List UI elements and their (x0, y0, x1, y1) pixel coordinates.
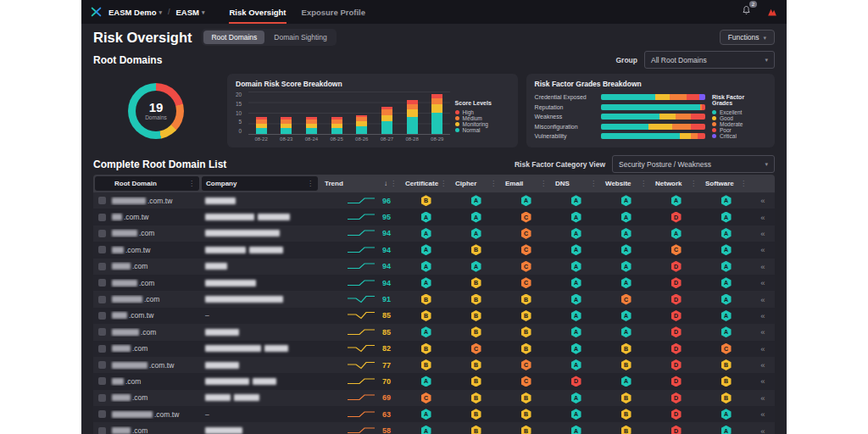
grade-badge-icon[interactable]: C (471, 343, 481, 354)
grade-badge-icon[interactable]: B (471, 409, 481, 420)
grade-badge-icon[interactable]: B (421, 310, 431, 321)
grade-badge-icon[interactable]: D (671, 294, 682, 305)
grade-badge-icon[interactable]: B (421, 294, 431, 305)
expand-row-icon[interactable]: « (751, 327, 775, 337)
org-switcher[interactable]: EASM Demo ▾ (108, 8, 162, 17)
expand-row-icon[interactable]: « (751, 245, 775, 254)
header-cell-company[interactable]: Company⋮ (202, 176, 318, 191)
grade-badge-icon[interactable]: A (571, 244, 581, 255)
expand-row-icon[interactable]: « (751, 311, 775, 320)
grade-badge-icon[interactable]: C (421, 392, 431, 403)
header-cell-software[interactable]: Software⋮ (701, 175, 751, 192)
grade-badge-icon[interactable]: A (621, 228, 632, 239)
grade-badge-icon[interactable]: A (421, 212, 431, 223)
grade-badge-icon[interactable]: A (721, 426, 732, 434)
grade-badge-icon[interactable]: B (521, 409, 531, 420)
grade-badge-icon[interactable]: B (521, 343, 531, 354)
grade-badge-icon[interactable]: A (421, 244, 431, 255)
table-row[interactable]: .com94AACAAAA« (93, 225, 775, 242)
grade-badge-icon[interactable]: A (671, 195, 682, 206)
grade-badge-icon[interactable]: D (671, 343, 682, 354)
grade-badge-icon[interactable]: C (521, 244, 531, 255)
grade-badge-icon[interactable]: B (471, 294, 481, 305)
table-row[interactable]: .com.tw95AACAADA« (93, 209, 775, 225)
column-menu-icon[interactable]: ⋮ (390, 180, 397, 187)
expand-row-icon[interactable]: « (751, 393, 775, 403)
grade-badge-icon[interactable]: A (621, 195, 632, 206)
grade-badge-icon[interactable]: A (521, 195, 531, 206)
grade-badge-icon[interactable]: B (521, 310, 531, 321)
grade-badge-icon[interactable]: D (671, 392, 682, 403)
tab-domain-sighting[interactable]: Domain Sighting (266, 31, 334, 44)
grade-badge-icon[interactable]: A (471, 261, 481, 272)
grade-badge-icon[interactable]: A (421, 426, 431, 434)
expand-row-icon[interactable]: « (751, 196, 775, 205)
header-cell-root-domain[interactable]: Root Domain⋮ (110, 176, 199, 191)
functions-button[interactable]: Functions ▾ (720, 30, 775, 45)
grade-badge-icon[interactable]: D (571, 376, 581, 387)
grade-badge-icon[interactable]: C (521, 212, 531, 223)
header-cell-network[interactable]: Network⋮ (651, 175, 701, 192)
expand-row-icon[interactable]: « (751, 262, 775, 271)
column-menu-icon[interactable]: ⋮ (690, 180, 697, 187)
grade-badge-icon[interactable]: B (621, 426, 632, 434)
column-menu-icon[interactable]: ⋮ (740, 180, 747, 187)
expand-row-icon[interactable]: « (751, 295, 775, 304)
table-row[interactable]: .com91BBBACDA« (93, 291, 775, 307)
grade-badge-icon[interactable]: A (571, 426, 581, 434)
grade-badge-icon[interactable]: B (421, 195, 431, 206)
grade-badge-icon[interactable]: A (421, 277, 431, 288)
grade-badge-icon[interactable]: A (571, 212, 581, 223)
grade-badge-icon[interactable]: A (571, 195, 581, 206)
table-row[interactable]: .com94ABCAADA« (93, 275, 775, 291)
grade-badge-icon[interactable]: A (571, 392, 581, 403)
grade-badge-icon[interactable]: A (721, 277, 732, 288)
grade-badge-icon[interactable]: C (521, 277, 531, 288)
grade-badge-icon[interactable]: A (571, 326, 581, 337)
grade-badge-icon[interactable]: A (571, 359, 581, 370)
table-row[interactable]: .com82BCBABDC« (93, 341, 775, 357)
header-cell-cipher[interactable]: Cipher⋮ (451, 175, 501, 192)
grade-badge-icon[interactable]: D (671, 426, 682, 434)
grade-badge-icon[interactable]: B (471, 277, 481, 288)
table-row[interactable]: .com.tw–63ABBABDA« (93, 406, 775, 422)
grade-badge-icon[interactable]: B (471, 326, 481, 337)
grade-badge-icon[interactable]: B (471, 426, 481, 434)
grade-badge-icon[interactable]: C (671, 244, 682, 255)
grade-badge-icon[interactable]: B (471, 376, 481, 387)
grade-badge-icon[interactable]: A (571, 277, 581, 288)
grade-badge-icon[interactable]: A (721, 228, 732, 239)
column-menu-icon[interactable]: ⋮ (540, 180, 547, 187)
grade-badge-icon[interactable]: D (671, 212, 682, 223)
header-cell-dns[interactable]: DNS⋮ (551, 175, 601, 192)
expand-row-icon[interactable]: « (751, 426, 775, 434)
grade-badge-icon[interactable]: A (721, 212, 732, 223)
grade-badge-icon[interactable]: B (421, 343, 431, 354)
grade-badge-icon[interactable]: C (521, 228, 531, 239)
grade-badge-icon[interactable]: A (671, 228, 682, 239)
grade-badge-icon[interactable]: B (621, 409, 632, 420)
grade-badge-icon[interactable]: C (521, 359, 531, 370)
grade-badge-icon[interactable]: A (721, 310, 732, 321)
nav-tab-risk-oversight[interactable]: Risk Oversight (229, 0, 286, 24)
grade-badge-icon[interactable]: D (671, 409, 682, 420)
grade-badge-icon[interactable]: A (571, 261, 581, 272)
tab-root-domains[interactable]: Root Domains (203, 31, 264, 44)
grade-badge-icon[interactable]: B (471, 359, 481, 370)
grade-badge-icon[interactable]: B (471, 244, 481, 255)
expand-row-icon[interactable]: « (751, 229, 775, 238)
grade-badge-icon[interactable]: B (521, 426, 531, 434)
grade-badge-icon[interactable]: D (671, 277, 682, 288)
grade-badge-icon[interactable]: C (521, 376, 531, 387)
grade-badge-icon[interactable]: D (671, 359, 682, 370)
grade-badge-icon[interactable]: B (621, 392, 632, 403)
header-cell-website[interactable]: Website⋮ (601, 175, 651, 192)
grade-badge-icon[interactable]: A (621, 310, 632, 321)
header-cell-row-icon[interactable] (95, 176, 110, 191)
grade-badge-icon[interactable]: A (721, 261, 732, 272)
grade-badge-icon[interactable]: A (571, 409, 581, 420)
grade-badge-icon[interactable]: A (621, 244, 632, 255)
grade-badge-icon[interactable]: A (421, 376, 431, 387)
grade-badge-icon[interactable]: C (521, 261, 531, 272)
grade-badge-icon[interactable]: B (471, 392, 481, 403)
